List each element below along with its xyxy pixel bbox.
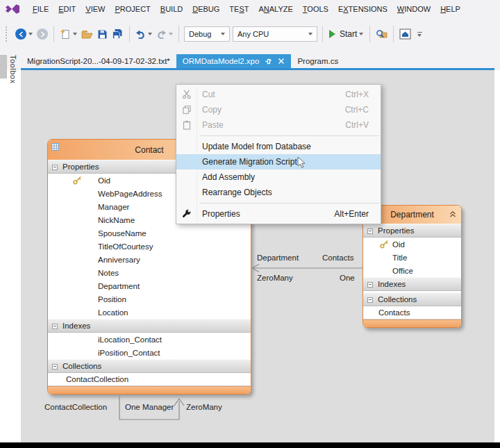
collapse-icon[interactable] bbox=[367, 297, 373, 303]
section-header-indexes[interactable]: Indexes bbox=[48, 319, 251, 333]
toolbar-separator bbox=[129, 26, 130, 42]
tab-migration-script[interactable]: MigrationScript-20...-04-09-17-02-32.txt… bbox=[21, 54, 176, 68]
navigate-forward-button[interactable] bbox=[35, 26, 50, 42]
collapse-icon[interactable] bbox=[52, 364, 58, 370]
solution-configuration-select[interactable]: Debug bbox=[184, 26, 230, 42]
pin-icon[interactable] bbox=[265, 58, 272, 65]
standard-toolbar: Debug Any CPU Start bbox=[0, 18, 500, 50]
index-row[interactable]: iPosition_Contact bbox=[48, 346, 251, 359]
property-row[interactable]: Office bbox=[363, 264, 461, 277]
new-item-dropdown-caret[interactable] bbox=[73, 33, 77, 35]
menu-item-tools[interactable]: TOOLS bbox=[298, 5, 333, 13]
menu-item-window[interactable]: WINDOW bbox=[392, 5, 435, 13]
menu-item-test[interactable]: TEST bbox=[224, 5, 253, 13]
open-folder-icon bbox=[81, 29, 93, 40]
collapse-icon[interactable] bbox=[52, 324, 58, 329]
open-file-button[interactable] bbox=[79, 26, 95, 42]
find-in-files-button[interactable] bbox=[374, 26, 390, 42]
collapse-icon[interactable] bbox=[367, 229, 373, 234]
section-header-properties[interactable]: Properties bbox=[363, 224, 461, 238]
save-all-button[interactable] bbox=[110, 26, 126, 42]
menu-item-build[interactable]: BUILD bbox=[156, 5, 188, 13]
shortcut-label: Ctrl+X bbox=[345, 90, 369, 99]
toolbar-overflow-button[interactable] bbox=[417, 32, 422, 37]
toolbox-tab-bar bbox=[0, 55, 7, 78]
entity-title: Contact bbox=[135, 145, 163, 155]
configuration-value: Debug bbox=[189, 30, 211, 38]
property-row[interactable]: Anniversary bbox=[48, 253, 251, 266]
context-menu-item-properties[interactable]: Properties Alt+Enter bbox=[176, 206, 381, 222]
context-menu-item-rearrange-objects[interactable]: Rearrange Objects bbox=[176, 185, 381, 200]
section-header-collections[interactable]: Collections bbox=[48, 359, 251, 373]
context-menu-item-update-model[interactable]: Update Model from Database bbox=[176, 139, 381, 154]
solution-explorer-button[interactable] bbox=[397, 26, 413, 42]
navigate-back-button[interactable] bbox=[13, 26, 35, 42]
property-row[interactable]: Position bbox=[48, 292, 251, 306]
solution-platform-select[interactable]: Any CPU bbox=[233, 26, 317, 42]
undo-button[interactable] bbox=[133, 26, 154, 42]
association-multiplicity-label: One bbox=[340, 274, 355, 282]
window-bottom-edge bbox=[0, 442, 500, 448]
toolbar-separator bbox=[322, 26, 323, 42]
forward-arrow-icon bbox=[37, 28, 48, 40]
self-association-collection-label: ContactCollection bbox=[44, 403, 107, 411]
context-menu-item-paste[interactable]: Paste Ctrl+V bbox=[176, 117, 381, 133]
context-menu: Cut Ctrl+X Copy Ctrl+C Paste Ctrl+V Upda… bbox=[176, 84, 381, 224]
close-icon[interactable] bbox=[278, 58, 285, 65]
property-row[interactable]: Notes bbox=[48, 266, 251, 279]
menu-item-file[interactable]: FILE bbox=[28, 5, 53, 13]
tab-label: Program.cs bbox=[297, 57, 338, 65]
toolbox-collapsed-tab[interactable]: Toolbox bbox=[0, 55, 21, 95]
context-menu-item-cut[interactable]: Cut Ctrl+X bbox=[176, 87, 381, 102]
context-menu-item-copy[interactable]: Copy Ctrl+C bbox=[176, 102, 381, 117]
section-header-indexes[interactable]: Indexes bbox=[363, 277, 461, 291]
property-row[interactable]: SpouseName bbox=[48, 226, 251, 240]
self-association-multiplicity-label: ZeroMany bbox=[186, 403, 222, 411]
redo-button[interactable] bbox=[154, 26, 175, 42]
key-icon bbox=[73, 176, 82, 185]
property-row[interactable]: Department bbox=[48, 279, 251, 292]
tab-program-cs[interactable]: Program.cs bbox=[291, 54, 344, 68]
start-label: Start bbox=[340, 29, 357, 39]
property-row[interactable]: Title bbox=[363, 251, 461, 264]
new-item-icon bbox=[60, 28, 71, 40]
self-association-property-label: One Manager bbox=[125, 403, 174, 411]
visual-studio-logo-icon bbox=[5, 3, 22, 15]
menu-item-edit[interactable]: EDIT bbox=[53, 5, 81, 13]
collapse-icon[interactable] bbox=[367, 282, 373, 288]
context-menu-item-generate-migration-script[interactable]: Generate Migration Script bbox=[176, 154, 381, 169]
index-row[interactable]: iLocation_Contact bbox=[48, 333, 251, 346]
entity-footer bbox=[363, 320, 461, 327]
menu-item-analyze[interactable]: ANALYZE bbox=[253, 5, 297, 13]
find-in-files-icon bbox=[376, 28, 388, 40]
section-header-collections[interactable]: Collections bbox=[363, 292, 461, 306]
collection-row[interactable]: ContactCollection bbox=[48, 373, 251, 386]
start-dropdown-caret[interactable] bbox=[359, 33, 363, 35]
context-menu-separator bbox=[199, 135, 379, 136]
collapse-icon[interactable] bbox=[52, 165, 58, 170]
toolbar-grip[interactable] bbox=[6, 26, 9, 42]
menu-item-view[interactable]: VIEW bbox=[81, 5, 110, 13]
property-row[interactable]: Location bbox=[48, 306, 251, 319]
back-arrow-icon bbox=[15, 28, 26, 40]
menu-item-help[interactable]: HELP bbox=[435, 5, 465, 13]
property-row[interactable]: TitleOfCourtesy bbox=[48, 240, 251, 253]
property-row[interactable]: Oid bbox=[363, 238, 461, 251]
new-item-button[interactable] bbox=[58, 26, 79, 42]
redo-dropdown-caret[interactable] bbox=[169, 33, 173, 35]
context-menu-item-add-assembly[interactable]: Add Assembly bbox=[176, 169, 381, 185]
home-icon bbox=[399, 28, 411, 40]
back-dropdown-caret[interactable] bbox=[28, 33, 33, 35]
start-debugging-button[interactable]: Start bbox=[326, 26, 366, 42]
menu-item-debug[interactable]: DEBUG bbox=[188, 5, 224, 13]
association-multiplicity-label: ZeroMany bbox=[257, 274, 293, 282]
undo-dropdown-caret[interactable] bbox=[148, 33, 152, 35]
tab-ormdatamodel2[interactable]: ORMDataModel2.xpo bbox=[176, 54, 292, 68]
collection-row[interactable]: Contacts bbox=[363, 306, 461, 320]
menu-item-extensions[interactable]: EXTENSIONS bbox=[333, 5, 392, 13]
toolbar-separator bbox=[178, 26, 179, 42]
toolbox-label: Toolbox bbox=[9, 55, 17, 95]
chevron-up-icon[interactable] bbox=[449, 211, 456, 217]
menu-item-project[interactable]: PROJECT bbox=[110, 5, 155, 13]
save-button[interactable] bbox=[95, 26, 110, 42]
